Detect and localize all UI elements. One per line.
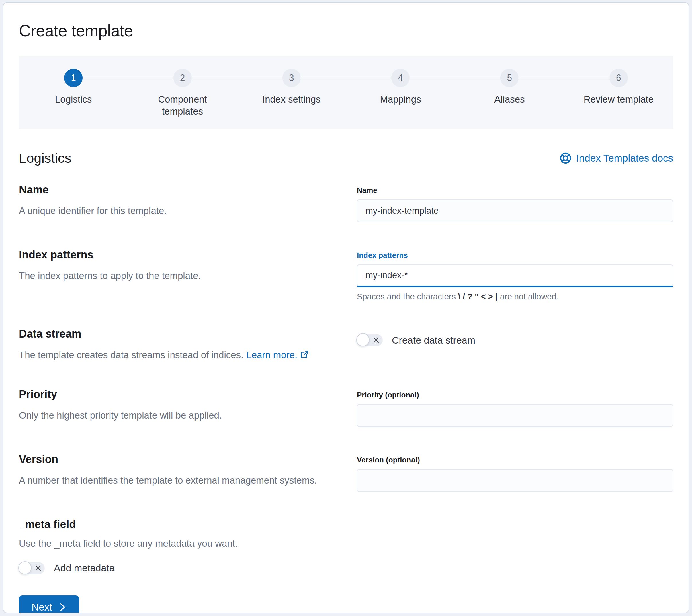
priority-row: Priority Only the highest priority templ… [19, 388, 673, 427]
name-input[interactable] [357, 199, 673, 222]
stepper: 1 Logistics 2 Component templates 3 Inde… [19, 56, 673, 129]
step-indicator: 2 [128, 69, 237, 87]
step-number[interactable]: 4 [391, 69, 410, 87]
stepper-step[interactable]: 5 Aliases [455, 69, 564, 117]
step-number[interactable]: 2 [173, 69, 192, 87]
stepper-step[interactable]: 4 Mappings [346, 69, 455, 117]
step-label[interactable]: Review template [581, 93, 657, 106]
section-title: Logistics [19, 150, 71, 166]
step-connector-right [192, 78, 237, 78]
index-patterns-helper-text: Spaces and the characters\ / ? " < > |ar… [357, 292, 673, 302]
step-number[interactable]: 6 [609, 69, 628, 87]
create-data-stream-toggle-label[interactable]: Create data stream [392, 335, 475, 346]
docs-link-label: Index Templates docs [576, 152, 673, 164]
step-connector-right [519, 78, 564, 78]
step-indicator: 3 [237, 69, 346, 87]
version-row: Version A number that identifies the tem… [19, 453, 673, 492]
step-connector-right [410, 78, 455, 78]
step-connector-left [346, 78, 391, 78]
version-row-title: Version [19, 453, 342, 466]
index-templates-docs-link[interactable]: Index Templates docs [560, 152, 673, 164]
priority-row-description: Only the highest priority template will … [19, 409, 342, 422]
index-patterns-field-label: Index patterns [357, 251, 673, 260]
step-number[interactable]: 3 [282, 69, 301, 87]
name-row-title: Name [19, 184, 342, 196]
section-header: Logistics Index Templates docs [19, 150, 673, 166]
toggle-knob [18, 561, 31, 574]
add-metadata-toggle-label[interactable]: Add metadata [54, 563, 115, 574]
step-indicator: 6 [564, 69, 673, 87]
step-connector-left [237, 78, 282, 78]
meta-field-section: _meta field Use the _meta field to store… [19, 518, 673, 613]
create-template-page: Create template 1 Logistics 2 Component … [3, 2, 689, 613]
version-input[interactable] [357, 469, 673, 492]
index-patterns-input[interactable] [357, 264, 673, 287]
step-indicator: 5 [455, 69, 564, 87]
index-patterns-row: Index patterns The index patterns to app… [19, 249, 673, 302]
step-label[interactable]: Logistics [35, 93, 111, 106]
index-patterns-row-description: The index patterns to apply to the templ… [19, 269, 342, 283]
documentation-icon [560, 152, 571, 164]
step-indicator: 1 [19, 69, 128, 87]
step-label[interactable]: Aliases [471, 93, 547, 106]
create-data-stream-toggle[interactable] [357, 334, 383, 346]
next-button-label: Next [31, 601, 52, 613]
step-connector-left [128, 78, 173, 78]
step-label[interactable]: Mappings [362, 93, 438, 106]
learn-more-link[interactable]: Learn more. [246, 350, 309, 360]
version-row-description: A number that identifies the template to… [19, 474, 342, 487]
version-field-label: Version (optional) [357, 456, 673, 464]
step-indicator: 4 [346, 69, 455, 87]
x-icon [35, 565, 42, 572]
stepper-step[interactable]: 3 Index settings [237, 69, 346, 117]
priority-row-title: Priority [19, 388, 342, 400]
meta-field-description: Use the _meta field to store any metadat… [19, 538, 673, 549]
stepper-step[interactable]: 1 Logistics [19, 69, 128, 117]
x-icon [373, 337, 380, 344]
data-stream-row-title: Data stream [19, 328, 342, 340]
priority-input[interactable] [357, 404, 673, 427]
next-button[interactable]: Next [19, 595, 79, 613]
data-stream-row-description: The template creates data streams instea… [19, 348, 342, 362]
index-patterns-row-title: Index patterns [19, 249, 342, 261]
external-link-icon [300, 350, 309, 359]
data-stream-row: Data stream The template creates data st… [19, 328, 673, 362]
stepper-step[interactable]: 6 Review template [564, 69, 673, 117]
meta-field-title: _meta field [19, 518, 673, 531]
step-label[interactable]: Component templates [144, 93, 220, 117]
chevron-right-icon [59, 603, 66, 611]
step-label[interactable]: Index settings [254, 93, 330, 106]
step-number[interactable]: 1 [64, 69, 83, 87]
toggle-knob [356, 333, 369, 346]
step-connector-left [564, 78, 609, 78]
priority-field-label: Priority (optional) [357, 391, 673, 399]
name-row-description: A unique identifier for this template. [19, 204, 342, 218]
stepper-step[interactable]: 2 Component templates [128, 69, 237, 117]
step-number[interactable]: 5 [500, 69, 519, 87]
name-row: Name A unique identifier for this templa… [19, 184, 673, 222]
step-connector-right [83, 78, 128, 78]
name-field-label: Name [357, 186, 673, 195]
step-connector-left [455, 78, 500, 78]
page-title: Create template [19, 21, 673, 40]
step-connector-right [301, 78, 346, 78]
add-metadata-toggle[interactable] [19, 562, 45, 574]
